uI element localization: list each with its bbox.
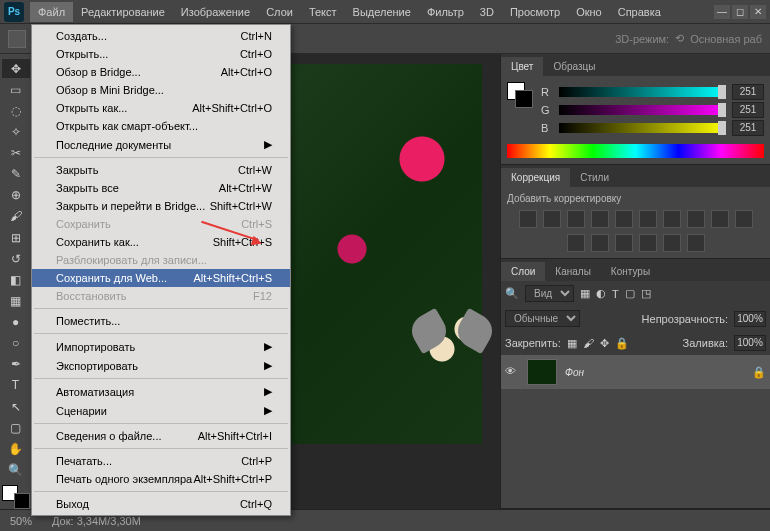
blur-tool[interactable]: ● bbox=[2, 313, 30, 332]
crop-tool[interactable]: ✂ bbox=[2, 144, 30, 163]
menu-item[interactable]: Закрыть и перейти в Bridge...Shift+Ctrl+… bbox=[32, 197, 290, 215]
levels-icon[interactable] bbox=[543, 210, 561, 228]
eyedropper-tool[interactable]: ✎ bbox=[2, 165, 30, 184]
menu-layers[interactable]: Слои bbox=[258, 2, 301, 22]
g-value[interactable]: 251 bbox=[732, 102, 764, 118]
history-brush-tool[interactable]: ↺ bbox=[2, 249, 30, 268]
gradientmap-icon[interactable] bbox=[639, 234, 657, 252]
menu-file[interactable]: Файл bbox=[30, 2, 73, 22]
move-tool[interactable]: ✥ bbox=[2, 59, 30, 78]
lock-all-icon[interactable]: 🔒 bbox=[615, 337, 629, 350]
menu-item[interactable]: Сохранить для Web...Alt+Shift+Ctrl+S bbox=[32, 269, 290, 287]
lasso-tool[interactable]: ◌ bbox=[2, 101, 30, 120]
tab-adjustments[interactable]: Коррекция bbox=[501, 168, 570, 187]
visibility-icon[interactable]: 👁 bbox=[505, 365, 519, 379]
dodge-tool[interactable]: ○ bbox=[2, 334, 30, 353]
r-slider[interactable] bbox=[559, 87, 726, 97]
layer-filter-icon[interactable]: 🔍 bbox=[505, 287, 519, 300]
menu-select[interactable]: Выделение bbox=[345, 2, 419, 22]
layer-kind-select[interactable]: Вид bbox=[525, 285, 574, 302]
menu-item[interactable]: Открыть как смарт-объект... bbox=[32, 117, 290, 135]
layer-thumbnail[interactable] bbox=[527, 359, 557, 385]
menu-item[interactable]: Сценарии▶ bbox=[32, 401, 290, 420]
layer-name[interactable]: Фон bbox=[565, 367, 584, 378]
pen-tool[interactable]: ✒ bbox=[2, 355, 30, 374]
menu-item[interactable]: Сведения о файле...Alt+Shift+Ctrl+I bbox=[32, 427, 290, 445]
color-mini-swatch[interactable] bbox=[507, 82, 533, 108]
hue-icon[interactable] bbox=[639, 210, 657, 228]
color-swatches[interactable] bbox=[2, 485, 30, 509]
lock-pixels-icon[interactable]: 🖌 bbox=[583, 337, 594, 349]
menu-item[interactable]: Печать одного экземпляраAlt+Shift+Ctrl+P bbox=[32, 470, 290, 488]
menu-item[interactable]: Закрыть всеAlt+Ctrl+W bbox=[32, 179, 290, 197]
filter-pixel-icon[interactable]: ▦ bbox=[580, 287, 590, 300]
posterize-icon[interactable] bbox=[591, 234, 609, 252]
wand-tool[interactable]: ✧ bbox=[2, 122, 30, 141]
close-button[interactable]: ✕ bbox=[750, 5, 766, 19]
path-tool[interactable]: ↖ bbox=[2, 397, 30, 416]
invert-icon[interactable] bbox=[567, 234, 585, 252]
shape-tool[interactable]: ▢ bbox=[2, 418, 30, 437]
hand-tool[interactable]: ✋ bbox=[2, 439, 30, 458]
menu-item[interactable]: ЗакрытьCtrl+W bbox=[32, 161, 290, 179]
menu-edit[interactable]: Редактирование bbox=[73, 2, 173, 22]
lock-position-icon[interactable]: ✥ bbox=[600, 337, 609, 350]
bw-icon[interactable] bbox=[687, 210, 705, 228]
tab-color[interactable]: Цвет bbox=[501, 57, 543, 76]
tab-styles[interactable]: Стили bbox=[570, 168, 619, 187]
filter-type-icon[interactable]: T bbox=[612, 288, 619, 300]
maximize-button[interactable]: ◻ bbox=[732, 5, 748, 19]
menu-help[interactable]: Справка bbox=[610, 2, 669, 22]
menu-view[interactable]: Просмотр bbox=[502, 2, 568, 22]
brightness-icon[interactable] bbox=[519, 210, 537, 228]
menu-text[interactable]: Текст bbox=[301, 2, 345, 22]
zoom-level[interactable]: 50% bbox=[10, 515, 32, 527]
heal-tool[interactable]: ⊕ bbox=[2, 186, 30, 205]
menu-item[interactable]: Открыть...Ctrl+O bbox=[32, 45, 290, 63]
opacity-value[interactable]: 100% bbox=[734, 311, 766, 327]
brush-tool[interactable]: 🖌 bbox=[2, 207, 30, 226]
b-slider[interactable] bbox=[559, 123, 726, 133]
menu-item[interactable]: Обзор в Bridge...Alt+Ctrl+O bbox=[32, 63, 290, 81]
menu-item[interactable]: Поместить... bbox=[32, 312, 290, 330]
photofilter-icon[interactable] bbox=[711, 210, 729, 228]
lookup-icon[interactable] bbox=[687, 234, 705, 252]
gradient-tool[interactable]: ▦ bbox=[2, 291, 30, 310]
layer-row-background[interactable]: 👁 Фон 🔒 bbox=[501, 355, 770, 389]
menu-item[interactable]: Автоматизация▶ bbox=[32, 382, 290, 401]
vibrance-icon[interactable] bbox=[615, 210, 633, 228]
zoom-tool[interactable]: 🔍 bbox=[2, 460, 30, 479]
workspace-label[interactable]: Основная раб bbox=[690, 33, 762, 45]
menu-image[interactable]: Изображение bbox=[173, 2, 258, 22]
menu-3d[interactable]: 3D bbox=[472, 2, 502, 22]
menu-item[interactable]: Создать...Ctrl+N bbox=[32, 27, 290, 45]
type-tool[interactable]: T bbox=[2, 376, 30, 395]
tool-preset-icon[interactable] bbox=[8, 30, 26, 48]
threshold-icon[interactable] bbox=[615, 234, 633, 252]
exposure-icon[interactable] bbox=[591, 210, 609, 228]
tab-paths[interactable]: Контуры bbox=[601, 262, 660, 281]
filter-smart-icon[interactable]: ◳ bbox=[641, 287, 651, 300]
b-value[interactable]: 251 bbox=[732, 120, 764, 136]
menu-item[interactable]: Обзор в Mini Bridge... bbox=[32, 81, 290, 99]
filter-adjust-icon[interactable]: ◐ bbox=[596, 287, 606, 300]
tab-channels[interactable]: Каналы bbox=[545, 262, 601, 281]
curves-icon[interactable] bbox=[567, 210, 585, 228]
selective-icon[interactable] bbox=[663, 234, 681, 252]
menu-item[interactable]: Импортировать▶ bbox=[32, 337, 290, 356]
stamp-tool[interactable]: ⊞ bbox=[2, 228, 30, 247]
orbit-icon[interactable]: ⟲ bbox=[675, 32, 684, 45]
menu-item[interactable]: Открыть как...Alt+Shift+Ctrl+O bbox=[32, 99, 290, 117]
minimize-button[interactable]: — bbox=[714, 5, 730, 19]
fill-value[interactable]: 100% bbox=[734, 335, 766, 351]
marquee-tool[interactable]: ▭ bbox=[2, 80, 30, 99]
doc-size[interactable]: Док: 3,34M/3,30M bbox=[52, 515, 141, 527]
g-slider[interactable] bbox=[559, 105, 726, 115]
colorbalance-icon[interactable] bbox=[663, 210, 681, 228]
menu-filter[interactable]: Фильтр bbox=[419, 2, 472, 22]
blend-mode-select[interactable]: Обычные bbox=[505, 310, 580, 327]
menu-item[interactable]: Печатать...Ctrl+P bbox=[32, 452, 290, 470]
filter-shape-icon[interactable]: ▢ bbox=[625, 287, 635, 300]
menu-item[interactable]: ВыходCtrl+Q bbox=[32, 495, 290, 513]
menu-item[interactable]: Последние документы▶ bbox=[32, 135, 290, 154]
